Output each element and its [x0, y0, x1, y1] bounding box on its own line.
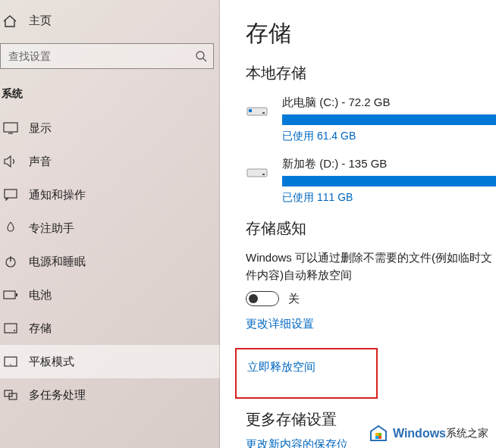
sidebar-home[interactable]: 主页 — [0, 8, 220, 34]
notifications-icon — [3, 188, 18, 202]
sidebar-item-label: 存储 — [29, 321, 52, 336]
drive-d-bar — [282, 176, 496, 186]
sidebar-item-power[interactable]: 电源和睡眠 — [0, 245, 220, 278]
svg-rect-8 — [16, 293, 17, 296]
svg-rect-20 — [375, 433, 378, 436]
sidebar-item-label: 多任务处理 — [29, 388, 86, 403]
drive-d-icon — [246, 161, 268, 178]
free-space-now-link[interactable]: 立即释放空间 — [247, 360, 315, 374]
svg-point-0 — [196, 52, 204, 59]
drive-c-bar — [282, 114, 496, 125]
home-label: 主页 — [29, 14, 52, 28]
storage-icon — [3, 321, 18, 335]
svg-point-10 — [14, 330, 15, 331]
sidebar-item-label: 显示 — [29, 121, 52, 136]
sidebar-item-label: 专注助手 — [29, 221, 74, 236]
sidebar-item-battery[interactable]: 电池 — [0, 278, 220, 312]
storage-sense-title: 存储感知 — [246, 218, 496, 239]
svg-rect-19 — [262, 174, 265, 175]
sidebar-item-notifications[interactable]: 通知和操作 — [0, 178, 220, 211]
drive-c-used: 已使用 61.4 GB — [282, 130, 496, 143]
highlight-box: 立即释放空间 — [235, 348, 378, 399]
change-settings-link[interactable]: 更改详细设置 — [246, 317, 314, 331]
sidebar-item-label: 电源和睡眠 — [29, 255, 86, 269]
sidebar-item-storage[interactable]: 存储 — [0, 312, 220, 345]
sidebar-item-multitask[interactable]: 多任务处理 — [0, 378, 220, 412]
toggle-state-label: 关 — [288, 292, 300, 306]
sidebar: 主页 系统 显示 声音 通知和操作 — [0, 0, 220, 448]
toggle-knob — [249, 294, 258, 303]
storage-sense-desc: Windows 可以通过删除不需要的文件(例如临时文件内容)自动释放空间 — [246, 249, 496, 284]
battery-icon — [3, 288, 18, 302]
sidebar-item-display[interactable]: 显示 — [0, 111, 220, 145]
power-icon — [3, 255, 18, 268]
multitask-icon — [3, 388, 18, 402]
svg-rect-7 — [4, 291, 15, 299]
search-icon — [195, 50, 207, 62]
display-icon — [3, 121, 18, 135]
svg-rect-17 — [262, 112, 265, 114]
sidebar-item-tablet[interactable]: 平板模式 — [0, 345, 220, 378]
svg-rect-4 — [5, 190, 17, 198]
search-field[interactable] — [8, 50, 195, 62]
focus-icon — [3, 221, 18, 235]
storage-sense-toggle-row: 关 — [246, 291, 496, 306]
local-storage-title: 本地存储 — [246, 63, 496, 83]
drive-d-name: 新加卷 (D:) - 135 GB — [282, 157, 496, 171]
drive-c[interactable]: 此电脑 (C:) - 72.2 GB 已使用 61.4 GB — [246, 96, 496, 143]
svg-point-12 — [10, 364, 11, 365]
sidebar-item-label: 声音 — [29, 155, 52, 169]
page-title: 存储 — [246, 18, 496, 49]
svg-rect-2 — [4, 123, 17, 132]
main-content: 存储 本地存储 此电脑 (C:) - 72.2 GB 已使用 61.4 GB 新… — [220, 0, 496, 448]
watermark: Windows 系统之家 — [369, 424, 488, 443]
svg-rect-23 — [378, 436, 381, 439]
watermark-sub: 系统之家 — [446, 427, 488, 440]
storage-sense-toggle[interactable] — [246, 291, 279, 306]
svg-line-1 — [203, 58, 206, 61]
svg-rect-16 — [249, 109, 252, 112]
svg-rect-22 — [375, 436, 378, 439]
svg-rect-9 — [5, 324, 17, 333]
sidebar-item-label: 平板模式 — [29, 355, 74, 369]
drive-d[interactable]: 新加卷 (D:) - 135 GB 已使用 111 GB — [246, 157, 496, 205]
drive-d-used: 已使用 111 GB — [282, 191, 496, 205]
svg-rect-21 — [378, 433, 381, 436]
sidebar-item-label: 通知和操作 — [29, 188, 86, 202]
windows-logo-icon — [369, 424, 388, 443]
change-save-location-link[interactable]: 更改新内容的保存位 — [246, 437, 348, 448]
section-header-system: 系统 — [0, 83, 220, 111]
svg-rect-18 — [247, 169, 267, 177]
drive-c-icon — [246, 100, 268, 117]
home-icon — [3, 15, 18, 27]
watermark-brand: Windows — [393, 427, 446, 440]
search-input[interactable] — [0, 43, 214, 69]
sidebar-item-sound[interactable]: 声音 — [0, 145, 220, 178]
tablet-icon — [3, 355, 18, 368]
sound-icon — [3, 155, 18, 168]
drive-c-name: 此电脑 (C:) - 72.2 GB — [282, 96, 496, 110]
sidebar-item-label: 电池 — [29, 288, 52, 302]
sidebar-item-focus-assist[interactable]: 专注助手 — [0, 211, 220, 245]
